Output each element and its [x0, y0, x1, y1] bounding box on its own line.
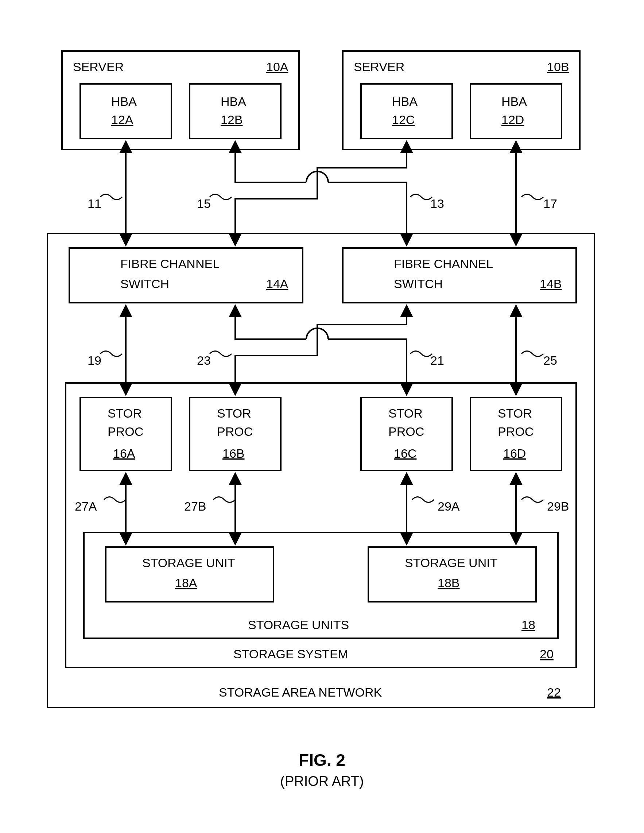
storage-system-label: STORAGE SYSTEM [233, 647, 348, 661]
figure-title: FIG. 2 [299, 751, 345, 770]
spb2: PROC [217, 425, 253, 438]
l25: 25 [543, 354, 557, 367]
l13: 13 [430, 196, 444, 211]
svg-rect-5 [471, 84, 562, 138]
figure-diagram: SERVER 10A HBA 12A HBA 12B SERVER 10B HB… [0, 0, 644, 833]
hba-12d-ref: 12D [501, 113, 524, 127]
su-group-ref: 18 [522, 618, 535, 632]
l11: 11 [88, 196, 101, 211]
fcsb-ref: 14B [540, 277, 562, 291]
spb-ref: 16B [222, 446, 245, 460]
spc2: PROC [389, 425, 424, 438]
stor-proc-b: STOR PROC 16B [190, 397, 281, 471]
storage-system-ref: 20 [540, 647, 554, 661]
hba-12b: HBA 12B [190, 84, 281, 138]
l15: 15 [197, 196, 211, 211]
spd1: STOR [498, 406, 532, 420]
stor-proc-a: STOR PROC 16A [80, 397, 172, 471]
svg-rect-7 [343, 248, 576, 303]
svg-rect-13 [368, 547, 536, 602]
server-b: SERVER 10B HBA 12C HBA 12D [343, 51, 580, 150]
l29a: 29A [438, 499, 460, 513]
svg-rect-2 [190, 84, 281, 138]
svg-rect-12 [106, 547, 273, 602]
svg-rect-6 [69, 248, 303, 303]
fc-switch-a: FIBRE CHANNEL SWITCH 14A [69, 248, 303, 303]
hba-12b-ref: 12B [221, 113, 243, 127]
su-group-label: STORAGE UNITS [248, 618, 349, 632]
server-b-ref: 10B [547, 60, 569, 74]
spd2: PROC [498, 425, 533, 438]
san-label: STORAGE AREA NETWORK [219, 685, 382, 699]
spa2: PROC [108, 425, 143, 438]
stor-proc-d: STOR PROC 16D [471, 397, 562, 471]
conn-13 [235, 142, 406, 244]
server-a-ref: 10A [266, 60, 289, 74]
server-b-label: SERVER [354, 60, 405, 74]
spc-ref: 16C [394, 446, 416, 460]
san-ref: 22 [547, 685, 561, 699]
hba-12c: HBA 12C [361, 84, 452, 138]
svg-rect-1 [80, 84, 172, 138]
l29b: 29B [547, 499, 569, 513]
spd-ref: 16D [503, 446, 526, 460]
storage-unit-b: STORAGE UNIT 18B [368, 547, 536, 602]
svg-rect-4 [361, 84, 452, 138]
hba-12c-ref: 12C [392, 113, 414, 127]
hba-12d: HBA 12D [471, 84, 562, 138]
l27b: 27B [184, 499, 206, 513]
l21: 21 [430, 354, 444, 367]
fcsb-line2: SWITCH [394, 277, 443, 291]
hba-12a: HBA 12A [80, 84, 172, 138]
hba-12a-ref: 12A [111, 113, 133, 127]
sub-ref: 18B [438, 576, 460, 590]
sub-label: STORAGE UNIT [405, 556, 498, 570]
fcsa-ref: 14A [266, 277, 289, 291]
sua-ref: 18A [175, 576, 197, 590]
figure-subtitle: (PRIOR ART) [280, 774, 364, 789]
spc1: STOR [389, 406, 422, 420]
l19: 19 [88, 354, 101, 367]
hba-12d-label: HBA [501, 95, 527, 108]
spa1: STOR [108, 406, 142, 420]
fc-switch-b: FIBRE CHANNEL SWITCH 14B [343, 248, 576, 303]
server-a-label: SERVER [73, 60, 124, 74]
fcsb-line1: FIBRE CHANNEL [394, 257, 493, 271]
hba-12a-label: HBA [111, 95, 137, 108]
spa-ref: 16A [113, 446, 135, 460]
storage-unit-a: STORAGE UNIT 18A [106, 547, 273, 602]
hba-12c-label: HBA [392, 95, 418, 108]
l23: 23 [197, 354, 211, 367]
fcsa-line2: SWITCH [120, 277, 169, 291]
l17: 17 [543, 196, 557, 211]
l27a: 27A [75, 499, 97, 513]
fcsa-line1: FIBRE CHANNEL [120, 257, 220, 271]
sua-label: STORAGE UNIT [142, 556, 235, 570]
server-a: SERVER 10A HBA 12A HBA 12B [62, 51, 299, 150]
stor-proc-c: STOR PROC 16C [361, 397, 452, 471]
hba-12b-label: HBA [221, 95, 246, 108]
spb1: STOR [217, 406, 251, 420]
